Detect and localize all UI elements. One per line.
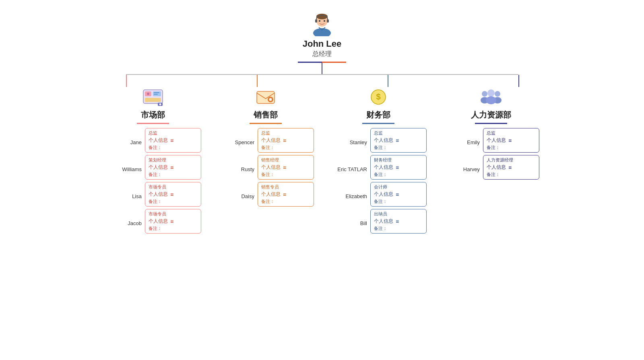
emp-info-row-emily: 个人信息 ≡: [487, 137, 536, 144]
emp-info-row-lisa: 个人信息 ≡: [149, 191, 198, 198]
svg-point-18: [269, 98, 272, 101]
root-vertical-line: [322, 63, 322, 74]
emp-name-williams: Williams: [105, 155, 145, 172]
emp-card-spencer[interactable]: 总监 个人信息 ≡ 备注：: [258, 128, 314, 153]
root-node: John Lee 总经理: [298, 12, 346, 63]
emp-notes-daisy: 备注：: [261, 199, 310, 205]
emp-card-eric[interactable]: 财务经理 个人信息 ≡ 备注：: [370, 155, 427, 180]
dept-finance-underline: [362, 123, 394, 124]
emp-menu-icon-daisy[interactable]: ≡: [283, 191, 286, 198]
dept-marketing: 市场部 Jane 总监 个人信息 ≡ 备注：: [101, 87, 205, 236]
dept-finance-name: 财务部: [366, 110, 390, 120]
emp-notes-harvey: 备注：: [487, 172, 536, 178]
emp-name-rusty: Rusty: [217, 155, 258, 172]
org-chart-page: John Lee 总经理: [0, 0, 644, 360]
svg-rect-12: [154, 92, 159, 93]
emp-card-stanley[interactable]: 总监 个人信息 ≡ 备注：: [370, 128, 427, 153]
dept-hr: 人力资源部 Emily 总监 个人信息 ≡ 备注：: [439, 87, 543, 236]
dept-marketing-employees: Jane 总监 个人信息 ≡ 备注： Williams 策划经理: [105, 128, 201, 236]
emp-info-text-eric: 个人信息: [374, 164, 393, 171]
emp-info-text-stanley: 个人信息: [374, 137, 393, 144]
emp-notes-elizabeth: 备注：: [374, 199, 423, 205]
emp-menu-icon-emily[interactable]: ≡: [508, 137, 512, 144]
emp-menu-icon-bill[interactable]: ≡: [396, 218, 399, 225]
emp-row-lisa: Lisa 市场专员 个人信息 ≡ 备注：: [105, 182, 201, 207]
emp-notes-bill: 备注：: [374, 226, 423, 232]
emp-menu-icon-lisa[interactable]: ≡: [170, 191, 173, 198]
emp-role-spencer: 总监: [261, 130, 310, 136]
marketing-icon-wrap: [141, 87, 165, 107]
emp-menu-icon-williams[interactable]: ≡: [170, 164, 173, 171]
svg-rect-10: [145, 98, 161, 102]
emp-card-elizabeth[interactable]: 会计师 个人信息 ≡ 备注：: [370, 182, 427, 207]
svg-text:$: $: [376, 92, 380, 101]
emp-card-emily[interactable]: 总监 个人信息 ≡ 备注：: [483, 128, 539, 153]
emp-info-text-rusty: 个人信息: [261, 164, 281, 171]
marketing-icon: [142, 88, 163, 106]
emp-notes-eric: 备注：: [374, 172, 423, 178]
root-avatar: [310, 12, 334, 36]
dept-hr-name: 人力资源部: [471, 110, 511, 120]
emp-name-spencer: Spencer: [217, 128, 258, 145]
emp-name-daisy: Daisy: [217, 182, 258, 199]
emp-row-stanley: Stanley 总监 个人信息 ≡ 备注：: [330, 128, 427, 153]
emp-menu-icon-eric[interactable]: ≡: [396, 164, 399, 171]
svg-rect-13: [154, 94, 158, 95]
emp-card-harvey[interactable]: 人力资源经理 个人信息 ≡ 备注：: [483, 155, 539, 180]
drop-hr: [518, 75, 519, 87]
emp-row-harvey: Harvey 人力资源经理 个人信息 ≡ 备注：: [443, 155, 539, 180]
emp-menu-icon-stanley[interactable]: ≡: [396, 137, 399, 144]
finance-icon-wrap: $: [366, 87, 390, 107]
dept-hr-employees: Emily 总监 个人信息 ≡ 备注： Harvey 人力资源经理: [443, 128, 539, 182]
emp-info-row-harvey: 个人信息 ≡: [487, 164, 536, 171]
emp-info-text-jacob: 个人信息: [149, 218, 168, 225]
drop-sales: [257, 75, 258, 87]
emp-menu-icon-spencer[interactable]: ≡: [283, 137, 286, 144]
root-section: John Lee 总经理: [298, 12, 346, 74]
emp-info-row-jacob: 个人信息 ≡: [149, 218, 198, 225]
emp-info-row-daisy: 个人信息 ≡: [261, 191, 310, 198]
emp-notes-lisa: 备注：: [149, 199, 198, 205]
emp-row-daisy: Daisy 销售专员 个人信息 ≡ 备注：: [217, 182, 314, 207]
emp-info-text-emily: 个人信息: [487, 137, 506, 144]
emp-info-row-spencer: 个人信息 ≡: [261, 137, 310, 144]
emp-info-text-elizabeth: 个人信息: [374, 191, 393, 198]
svg-point-26: [486, 96, 496, 104]
hr-icon: [479, 88, 503, 106]
dept-sales-underline: [250, 123, 282, 124]
emp-row-rusty: Rusty 销售经理 个人信息 ≡ 备注：: [217, 155, 314, 180]
emp-card-lisa[interactable]: 市场专员 个人信息 ≡ 备注：: [145, 182, 201, 207]
emp-name-eric: Eric TATLAR: [330, 155, 370, 172]
emp-info-text-lisa: 个人信息: [149, 191, 168, 198]
emp-name-elizabeth: Elizabeth: [330, 182, 370, 199]
emp-card-jane[interactable]: 总监 个人信息 ≡ 备注：: [145, 128, 201, 153]
svg-point-3: [319, 20, 320, 22]
emp-card-bill[interactable]: 出纳员 个人信息 ≡ 备注：: [370, 209, 427, 234]
emp-row-jane: Jane 总监 个人信息 ≡ 备注：: [105, 128, 201, 153]
emp-role-emily: 总监: [487, 130, 536, 136]
emp-menu-icon-jacob[interactable]: ≡: [170, 218, 173, 225]
root-name: John Lee: [303, 39, 342, 49]
drop-finance: [388, 75, 388, 87]
emp-menu-icon-jane[interactable]: ≡: [170, 137, 173, 144]
emp-card-daisy[interactable]: 销售专员 个人信息 ≡ 备注：: [258, 182, 314, 207]
drop-marketing: [126, 75, 127, 87]
emp-info-row-williams: 个人信息 ≡: [149, 164, 198, 171]
emp-notes-jacob: 备注：: [149, 226, 198, 232]
emp-menu-icon-harvey[interactable]: ≡: [508, 164, 512, 171]
emp-card-rusty[interactable]: 销售经理 个人信息 ≡ 备注：: [258, 155, 314, 180]
emp-card-jacob[interactable]: 市场专员 个人信息 ≡ 备注：: [145, 209, 201, 234]
emp-info-row-rusty: 个人信息 ≡: [261, 164, 310, 171]
emp-menu-icon-elizabeth[interactable]: ≡: [396, 191, 399, 198]
emp-info-text-williams: 个人信息: [149, 164, 168, 171]
emp-notes-rusty: 备注：: [261, 172, 310, 178]
emp-name-harvey: Harvey: [443, 155, 483, 172]
emp-role-harvey: 人力资源经理: [487, 157, 536, 163]
departments-container: 市场部 Jane 总监 个人信息 ≡ 备注：: [101, 87, 543, 236]
emp-menu-icon-rusty[interactable]: ≡: [283, 164, 286, 171]
emp-role-eric: 财务经理: [374, 157, 423, 163]
dept-marketing-name: 市场部: [141, 110, 165, 120]
emp-info-text-harvey: 个人信息: [487, 164, 506, 171]
branch-drops: [126, 75, 518, 87]
emp-card-williams[interactable]: 策划经理 个人信息 ≡ 备注：: [145, 155, 201, 180]
